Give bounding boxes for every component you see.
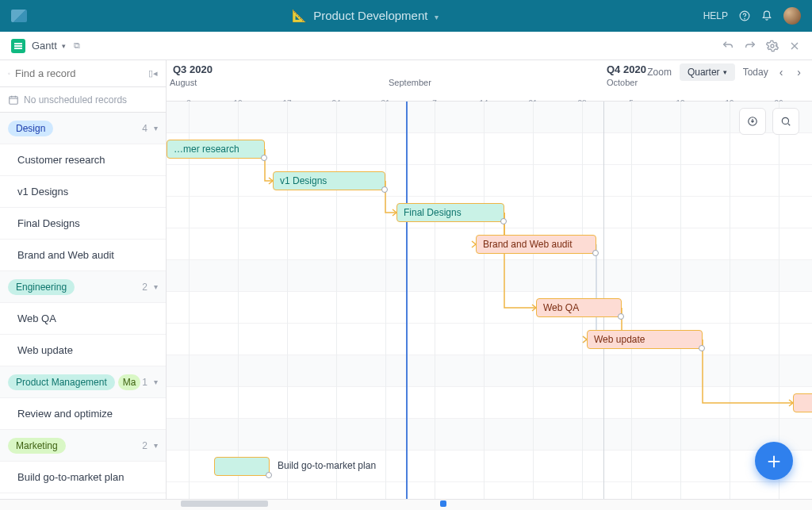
group-pill: Marketing xyxy=(8,438,66,454)
resize-handle-icon[interactable] xyxy=(592,250,599,256)
svg-point-2 xyxy=(771,44,774,48)
search-icon xyxy=(8,68,10,79)
gantt-bar[interactable]: …mer research xyxy=(167,140,265,159)
resize-handle-icon[interactable] xyxy=(699,345,705,351)
resize-handle-icon[interactable] xyxy=(381,186,388,193)
chevron-down-icon[interactable]: ▾ xyxy=(154,282,158,291)
group-row[interactable]: Engineering2▾ xyxy=(0,271,166,303)
task-row[interactable]: Web QA xyxy=(0,303,166,335)
chevron-down-icon[interactable]: ▾ xyxy=(154,378,158,386)
help-link[interactable]: HELP xyxy=(703,10,728,21)
task-row[interactable]: Web update xyxy=(0,335,166,366)
undo-icon[interactable] xyxy=(722,40,734,52)
group-row[interactable]: Product ManagementMa1▾ xyxy=(0,366,166,398)
month-label: September xyxy=(389,78,431,87)
resize-handle-icon[interactable] xyxy=(266,472,272,478)
today-button[interactable]: Today xyxy=(743,67,768,78)
record-sidebar: ▯◂ No unscheduled records Design4▾Custom… xyxy=(0,60,167,499)
base-icon: 📐 xyxy=(292,9,307,22)
chevron-down-icon: ▾ xyxy=(435,13,439,21)
today-marker-icon xyxy=(440,500,446,507)
group-pill: Engineering xyxy=(8,279,75,295)
svg-point-1 xyxy=(745,18,745,19)
quarter-right-label: Q4 2020 xyxy=(607,63,646,75)
group-count: 4 xyxy=(142,123,147,134)
task-row[interactable]: Review and optimize xyxy=(0,398,166,430)
gantt-icon xyxy=(11,39,25,53)
svg-point-3 xyxy=(9,73,10,75)
calendar-icon xyxy=(8,94,19,105)
timeline[interactable]: Q3 2020 Q4 2020 Zoom Quarter▾ Today ‹ › … xyxy=(167,60,812,499)
bell-icon[interactable] xyxy=(761,10,772,21)
open-external-icon[interactable]: ⧉ xyxy=(74,40,80,51)
download-icon[interactable] xyxy=(739,108,766,135)
main-area: ▯◂ No unscheduled records Design4▾Custom… xyxy=(0,60,812,499)
next-icon[interactable]: › xyxy=(794,66,804,79)
app-logo-icon[interactable] xyxy=(11,10,27,22)
timeline-header: Q3 2020 Q4 2020 Zoom Quarter▾ Today ‹ › … xyxy=(167,60,812,102)
task-row[interactable]: Final Designs xyxy=(0,208,166,240)
base-title-text: Product Development xyxy=(313,9,427,22)
zoom-label: Zoom xyxy=(647,67,672,78)
group-row[interactable]: Marketing2▾ xyxy=(0,430,166,462)
group-count: 1 xyxy=(142,377,147,388)
group-pill: Product Management xyxy=(8,374,115,390)
search-timeline-icon[interactable] xyxy=(772,108,799,135)
gantt-bar[interactable]: Web update xyxy=(587,330,703,349)
gantt-bar[interactable] xyxy=(214,457,270,476)
chevron-down-icon[interactable]: ▾ xyxy=(154,124,158,132)
svg-rect-4 xyxy=(10,96,18,103)
zoom-unit-select[interactable]: Quarter▾ xyxy=(680,63,735,81)
user-avatar[interactable] xyxy=(783,7,801,25)
bar-external-label: Build go-to-market plan xyxy=(278,460,376,471)
group-count: 2 xyxy=(142,282,147,293)
gantt-bar[interactable]: Final Designs xyxy=(396,203,504,222)
add-record-button[interactable]: ＋ xyxy=(755,442,793,480)
task-row[interactable]: v1 Designs xyxy=(0,176,166,208)
search-input[interactable] xyxy=(15,67,148,79)
task-row[interactable]: Build go-to-market plan xyxy=(0,462,166,493)
gantt-bar[interactable]: Web QA xyxy=(536,298,622,317)
group-count: 2 xyxy=(142,440,147,451)
task-row[interactable]: Customer research xyxy=(0,144,166,176)
base-title[interactable]: 📐 Product Development ▾ xyxy=(27,9,703,23)
prev-icon[interactable]: ‹ xyxy=(776,66,787,79)
view-bar: Gantt ▾ ⧉ xyxy=(0,32,812,60)
gantt-bar[interactable]: v1 Designs xyxy=(273,171,385,190)
group-pill-extra: Ma xyxy=(118,374,141,390)
top-nav: 📐 Product Development ▾ HELP xyxy=(0,0,812,32)
month-label: August xyxy=(170,78,197,87)
resize-handle-icon[interactable] xyxy=(500,218,507,224)
help-icon[interactable] xyxy=(739,10,750,21)
unscheduled-text: No unscheduled records xyxy=(24,94,127,105)
month-label: October xyxy=(607,78,638,87)
summary-bar xyxy=(181,500,268,507)
task-row[interactable]: Marketing campaign 1 xyxy=(0,493,166,499)
svg-point-6 xyxy=(782,117,788,124)
collapse-sidebar-icon[interactable]: ▯◂ xyxy=(148,68,158,79)
gantt-bar[interactable]: Brand and Web audit xyxy=(476,235,596,254)
gear-icon[interactable] xyxy=(766,40,779,52)
close-icon[interactable] xyxy=(788,40,801,52)
redo-icon[interactable] xyxy=(744,40,756,52)
task-row[interactable]: Brand and Web audit xyxy=(0,240,166,271)
group-row[interactable]: Design4▾ xyxy=(0,113,166,144)
group-pill: Design xyxy=(8,121,53,136)
gantt-bar[interactable] xyxy=(793,393,812,412)
timeline-body[interactable]: …mer researchv1 DesignsFinal DesignsBran… xyxy=(167,102,812,499)
view-name[interactable]: Gantt xyxy=(32,40,57,52)
chevron-down-icon[interactable]: ▾ xyxy=(154,441,158,450)
bottom-bar xyxy=(0,499,812,510)
resize-handle-icon[interactable] xyxy=(618,313,624,320)
quarter-left-label: Q3 2020 xyxy=(173,63,213,75)
resize-handle-icon[interactable] xyxy=(261,155,267,161)
chevron-down-icon[interactable]: ▾ xyxy=(62,42,66,50)
